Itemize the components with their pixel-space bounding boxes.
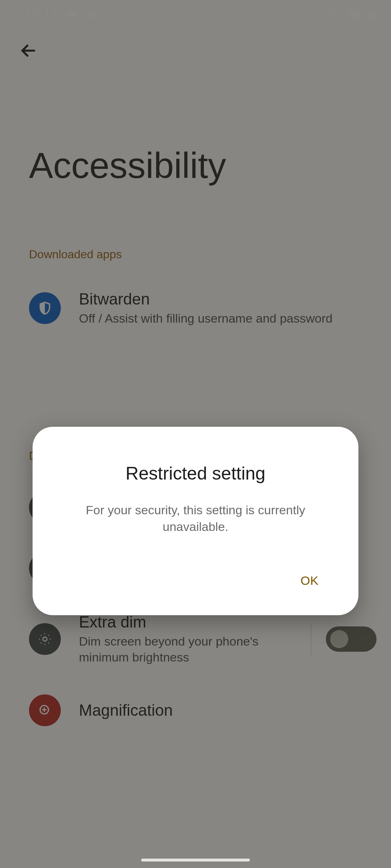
dialog-restricted-setting: Restricted setting For your security, th… (33, 427, 358, 615)
dialog-body: For your security, this setting is curre… (69, 502, 322, 535)
nav-indicator[interactable] (141, 859, 250, 861)
dialog-title: Restricted setting (126, 463, 265, 484)
ok-button[interactable]: OK (293, 568, 326, 593)
